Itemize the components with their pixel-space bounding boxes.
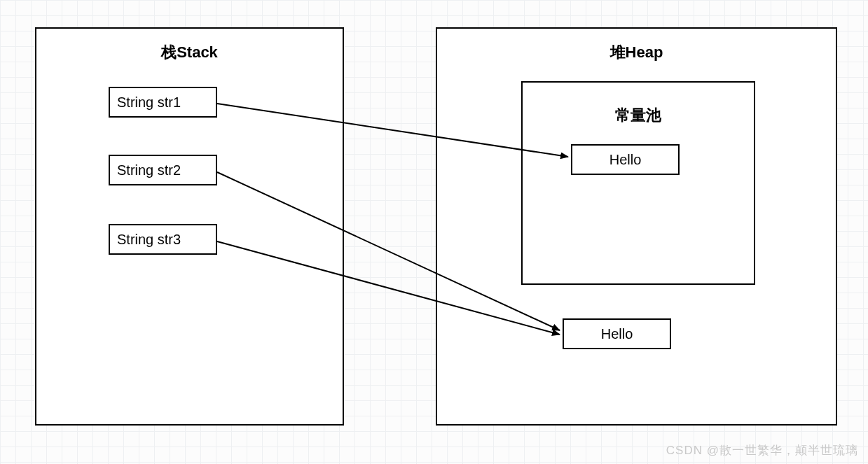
heap-object-value-text: Hello bbox=[601, 326, 633, 342]
constant-pool-title: 常量池 bbox=[521, 105, 755, 126]
constant-pool-value: Hello bbox=[571, 144, 680, 175]
watermark: CSDN @散一世繁华，颠半世琉璃 bbox=[666, 442, 858, 458]
stack-item-label: String str3 bbox=[117, 232, 181, 248]
stack-title: 栈Stack bbox=[35, 42, 344, 63]
stack-item-str3: String str3 bbox=[109, 224, 217, 255]
constant-pool-value-text: Hello bbox=[609, 152, 642, 168]
heap-object-value: Hello bbox=[563, 318, 671, 349]
stack-item-label: String str2 bbox=[117, 162, 181, 178]
stack-item-label: String str1 bbox=[117, 94, 181, 111]
stack-item-str1: String str1 bbox=[109, 87, 217, 118]
heap-title: 堆Heap bbox=[436, 42, 837, 63]
stack-item-str2: String str2 bbox=[109, 155, 217, 185]
